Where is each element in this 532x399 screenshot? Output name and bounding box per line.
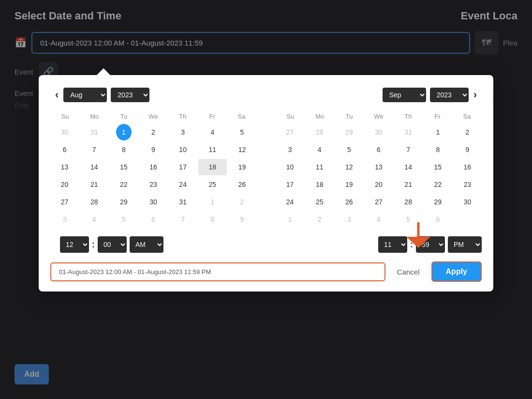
- day-cell[interactable]: 2: [139, 124, 167, 140]
- day-cell[interactable]: 28: [394, 194, 423, 210]
- day-cell[interactable]: 12: [335, 159, 363, 175]
- left-hour-select[interactable]: 1234 5678 9101112: [60, 236, 89, 253]
- day-cell[interactable]: 27: [50, 194, 79, 210]
- day-cell[interactable]: 2: [453, 124, 482, 140]
- day-cell[interactable]: 7: [169, 211, 197, 228]
- day-cell[interactable]: 17: [169, 159, 197, 175]
- day-cell[interactable]: 28: [305, 124, 334, 140]
- prev-month-button[interactable]: ‹: [50, 87, 63, 103]
- day-cell[interactable]: 30: [453, 194, 482, 210]
- date-time-picker: ‹ AugJanFebMar AprMayJunJul SepOctNovDec…: [39, 75, 493, 292]
- day-cell[interactable]: 26: [335, 194, 363, 210]
- day-cell[interactable]: 5: [335, 141, 363, 158]
- day-cell[interactable]: 2: [305, 211, 334, 228]
- day-cell[interactable]: 9: [453, 141, 482, 158]
- day-cell[interactable]: 29: [109, 194, 138, 210]
- day-cell[interactable]: 21: [80, 176, 108, 193]
- day-cell[interactable]: 8: [109, 141, 138, 158]
- day-cell[interactable]: 3: [169, 124, 197, 140]
- left-ampm-select[interactable]: AMPM: [130, 236, 163, 253]
- day-cell[interactable]: 3: [50, 211, 79, 228]
- day-cell[interactable]: 6: [139, 211, 167, 228]
- day-cell[interactable]: 2: [228, 194, 256, 210]
- day-cell[interactable]: 13: [50, 159, 79, 175]
- day-cell[interactable]: 10: [276, 159, 304, 175]
- day-cell[interactable]: 20: [50, 176, 79, 193]
- day-cell[interactable]: 19: [228, 159, 256, 175]
- day-cell[interactable]: 14: [80, 159, 108, 175]
- day-cell[interactable]: 4: [305, 141, 334, 158]
- day-cell[interactable]: 6: [364, 141, 393, 158]
- left-year-select[interactable]: 202320222024: [111, 88, 149, 102]
- day-cell[interactable]: [453, 211, 482, 228]
- day-cell[interactable]: 1: [116, 124, 132, 140]
- r-day-header-fr: Fr: [423, 111, 452, 122]
- day-cell[interactable]: 21: [394, 176, 423, 193]
- day-cell[interactable]: 22: [424, 176, 452, 193]
- right-hour-select[interactable]: 1234 5678 9101112: [378, 236, 407, 253]
- day-cell[interactable]: 1: [424, 124, 452, 140]
- right-year-select[interactable]: 202320222024: [430, 88, 469, 102]
- day-cell[interactable]: 31: [80, 124, 108, 140]
- left-month-select[interactable]: AugJanFebMar AprMayJunJul SepOctNovDec: [63, 88, 107, 102]
- cancel-button[interactable]: Cancel: [390, 263, 427, 281]
- day-cell[interactable]: 24: [169, 176, 197, 193]
- day-cell[interactable]: 12: [228, 141, 256, 158]
- apply-button[interactable]: Apply: [431, 261, 482, 282]
- day-cell[interactable]: 5: [228, 124, 256, 140]
- day-cell[interactable]: 25: [198, 176, 227, 193]
- day-cell[interactable]: 9: [228, 211, 256, 228]
- day-cell[interactable]: 28: [80, 194, 108, 210]
- day-cell[interactable]: 19: [335, 176, 363, 193]
- day-cell[interactable]: 18: [198, 159, 227, 175]
- day-cell[interactable]: 5: [109, 211, 138, 228]
- left-minute-select[interactable]: 0015304559: [98, 236, 127, 253]
- left-time-block: 1234 5678 9101112 : 0015304559 AMPM: [50, 228, 256, 253]
- day-cell[interactable]: 30: [364, 124, 393, 140]
- day-cell[interactable]: 1: [276, 211, 304, 228]
- day-cell[interactable]: 27: [276, 124, 304, 140]
- day-cell[interactable]: 6: [50, 141, 79, 158]
- day-cell[interactable]: 7: [80, 141, 108, 158]
- day-cell[interactable]: 31: [169, 194, 197, 210]
- day-cell[interactable]: 15: [109, 159, 138, 175]
- day-cell[interactable]: 9: [139, 141, 167, 158]
- day-cell[interactable]: 3: [335, 211, 363, 228]
- day-cell[interactable]: 4: [364, 211, 393, 228]
- day-cell[interactable]: 23: [139, 176, 167, 193]
- day-cell[interactable]: 4: [198, 124, 227, 140]
- day-cell[interactable]: 10: [169, 141, 197, 158]
- day-cell[interactable]: 29: [335, 124, 363, 140]
- day-header-su: Su: [50, 111, 80, 122]
- day-cell[interactable]: 15: [424, 159, 452, 175]
- day-cell[interactable]: 8: [424, 141, 452, 158]
- right-time-block: 1234 5678 9101112 : 0015304559 AMPM: [276, 228, 482, 253]
- day-cell[interactable]: 20: [364, 176, 393, 193]
- day-cell[interactable]: 11: [305, 159, 334, 175]
- day-cell[interactable]: 8: [198, 211, 227, 228]
- day-cell[interactable]: 27: [364, 194, 393, 210]
- day-cell[interactable]: 16: [139, 159, 167, 175]
- day-cell[interactable]: 17: [276, 176, 304, 193]
- right-ampm-select[interactable]: AMPM: [448, 236, 482, 253]
- day-cell[interactable]: 24: [276, 194, 304, 210]
- right-month-select[interactable]: SepJanFebMar AprMayJunJul AugOctNovDec: [383, 88, 426, 102]
- day-cell[interactable]: 31: [394, 124, 423, 140]
- day-cell[interactable]: 14: [394, 159, 423, 175]
- next-month-button[interactable]: ›: [469, 87, 482, 103]
- day-cell[interactable]: 4: [80, 211, 108, 228]
- day-cell[interactable]: 16: [453, 159, 482, 175]
- day-cell[interactable]: 26: [228, 176, 256, 193]
- day-cell[interactable]: 30: [139, 194, 167, 210]
- day-cell[interactable]: 3: [276, 141, 304, 158]
- day-cell[interactable]: 7: [394, 141, 423, 158]
- day-cell[interactable]: 23: [453, 176, 482, 193]
- day-cell[interactable]: 22: [109, 176, 138, 193]
- day-cell[interactable]: 1: [198, 194, 227, 210]
- day-cell[interactable]: 30: [50, 124, 79, 140]
- day-cell[interactable]: 18: [305, 176, 334, 193]
- day-cell[interactable]: 11: [198, 141, 227, 158]
- day-cell[interactable]: 29: [424, 194, 452, 210]
- day-cell[interactable]: 13: [364, 159, 393, 175]
- day-cell[interactable]: 25: [305, 194, 334, 210]
